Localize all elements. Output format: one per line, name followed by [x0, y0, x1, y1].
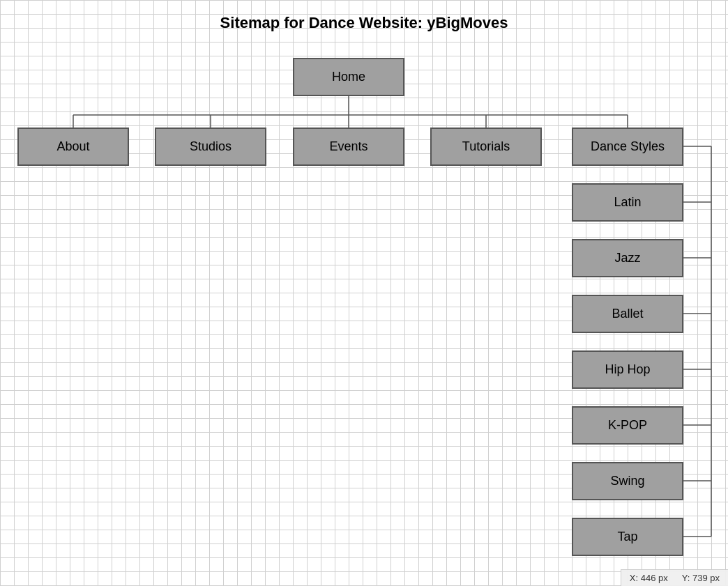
ballet-node[interactable]: Ballet	[572, 295, 683, 333]
latin-node[interactable]: Latin	[572, 183, 683, 222]
tap-node[interactable]: Tap	[572, 518, 683, 556]
hip-hop-node[interactable]: Hip Hop	[572, 350, 683, 389]
home-node[interactable]: Home	[293, 58, 404, 96]
swing-node[interactable]: Swing	[572, 462, 683, 500]
coordinates-bar: X: 446 px Y: 739 px	[621, 569, 728, 586]
about-node[interactable]: About	[17, 128, 129, 166]
y-coord: Y: 739 px	[682, 573, 720, 583]
tutorials-node[interactable]: Tutorials	[430, 128, 542, 166]
jazz-node[interactable]: Jazz	[572, 239, 683, 277]
events-node[interactable]: Events	[293, 128, 404, 166]
studios-node[interactable]: Studios	[155, 128, 266, 166]
kpop-node[interactable]: K-POP	[572, 406, 683, 445]
x-coord: X: 446 px	[630, 573, 668, 583]
page-title: Sitemap for Dance Website: yBigMoves	[0, 0, 728, 32]
dance-styles-node[interactable]: Dance Styles	[572, 128, 683, 166]
